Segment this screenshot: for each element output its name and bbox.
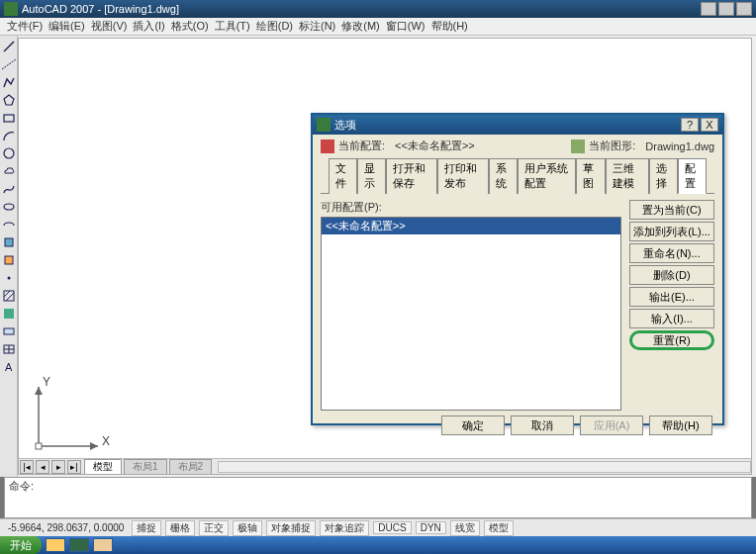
svg-text:A: A (5, 361, 13, 373)
svg-marker-19 (90, 442, 98, 450)
dialog-body: 可用配置(P): <<未命名配置>> 置为当前(C) 添加到列表(L)... 重… (313, 194, 722, 412)
tab-layout2[interactable]: 布局2 (169, 459, 213, 474)
menu-window[interactable]: 窗口(W) (383, 19, 428, 34)
export-button[interactable]: 输出(E)... (629, 287, 714, 307)
tab-nav-next[interactable]: ▸ (51, 460, 65, 474)
menu-modify[interactable]: 修改(M) (338, 19, 383, 34)
app-icon (4, 2, 18, 16)
status-polar[interactable]: 极轴 (233, 520, 262, 536)
status-bar: -5.9664, 298.0637, 0.0000 捕捉 栅格 正交 极轴 对象… (0, 518, 756, 536)
start-button[interactable]: 开始 (0, 536, 42, 554)
line-tool-icon[interactable] (2, 40, 16, 53)
tab-opensave[interactable]: 打开和保存 (386, 158, 437, 194)
insert-block-icon[interactable] (2, 235, 16, 249)
spline-tool-icon[interactable] (2, 182, 16, 196)
svg-rect-22 (36, 443, 42, 449)
taskbar-item-3[interactable] (93, 538, 113, 552)
arc-tool-icon[interactable] (2, 129, 16, 142)
svg-rect-3 (4, 115, 14, 122)
status-snap[interactable]: 捕捉 (132, 520, 161, 536)
tab-nav-last[interactable]: ▸| (67, 460, 81, 474)
status-model[interactable]: 模型 (484, 520, 514, 536)
svg-marker-2 (4, 95, 14, 105)
taskbar-item-1[interactable] (46, 538, 65, 552)
tab-profile[interactable]: 配置 (678, 158, 707, 194)
region-tool-icon[interactable] (2, 324, 16, 338)
tab-select[interactable]: 选择 (649, 158, 678, 194)
menu-edit[interactable]: 编辑(E) (46, 19, 88, 34)
taskbar-item-2[interactable] (69, 538, 89, 552)
apply-button[interactable]: 应用(A) (580, 416, 643, 435)
menu-dimension[interactable]: 标注(N) (296, 19, 338, 34)
status-otrack[interactable]: 对象追踪 (320, 520, 369, 536)
menu-help[interactable]: 帮助(H) (428, 19, 471, 34)
dialog-help-button[interactable]: ? (681, 118, 699, 132)
gradient-tool-icon[interactable] (2, 307, 16, 321)
hatch-tool-icon[interactable] (2, 289, 16, 303)
minimize-button[interactable] (701, 2, 716, 16)
make-block-icon[interactable] (2, 253, 16, 267)
status-lwt[interactable]: 线宽 (450, 520, 480, 536)
set-current-button[interactable]: 置为当前(C) (629, 200, 714, 220)
profiles-listbox[interactable]: <<未命名配置>> (321, 217, 621, 411)
menu-format[interactable]: 格式(O) (168, 19, 212, 34)
tab-plot[interactable]: 打印和发布 (437, 158, 489, 194)
svg-point-5 (4, 204, 14, 210)
add-to-list-button[interactable]: 添加到列表(L)... (629, 222, 714, 241)
menu-insert[interactable]: 插入(I) (130, 19, 167, 34)
delete-button[interactable]: 删除(D) (629, 265, 714, 285)
dialog-title: 选项 (334, 118, 679, 133)
status-osnap[interactable]: 对象捕捉 (266, 520, 316, 536)
text-tool-icon[interactable]: A (2, 360, 16, 374)
ucs-y-label: Y (43, 375, 50, 389)
menu-file[interactable]: 文件(F) (4, 19, 46, 34)
tab-system[interactable]: 系统 (489, 158, 518, 194)
tab-draft[interactable]: 草图 (576, 158, 605, 194)
profiles-list-wrap: 可用配置(P): <<未命名配置>> (321, 200, 621, 408)
circle-tool-icon[interactable] (2, 146, 16, 160)
profile-icon (321, 139, 334, 153)
maximize-button[interactable] (718, 2, 734, 16)
coords-readout: -5.9664, 298.0637, 0.0000 (4, 522, 128, 533)
tab-nav-prev[interactable]: ◂ (36, 460, 49, 474)
dialog-close-button[interactable]: X (701, 118, 718, 132)
close-button[interactable] (736, 2, 752, 16)
tab-display[interactable]: 显示 (357, 158, 386, 194)
svg-point-4 (4, 148, 14, 158)
polyline-tool-icon[interactable] (2, 75, 16, 89)
status-grid[interactable]: 栅格 (165, 520, 195, 536)
tab-file[interactable]: 文件 (329, 158, 357, 194)
status-ortho[interactable]: 正交 (199, 520, 229, 536)
cancel-button[interactable]: 取消 (511, 416, 574, 435)
windows-taskbar: 开始 (0, 536, 756, 554)
menu-draw[interactable]: 绘图(D) (253, 19, 296, 34)
construction-line-icon[interactable] (2, 57, 16, 71)
rename-button[interactable]: 重命名(N)... (629, 243, 714, 263)
ok-button[interactable]: 确定 (441, 416, 505, 435)
current-drawing-label: 当前图形: (589, 138, 635, 153)
options-dialog: 选项 ? X 当前配置: <<未命名配置>> 当前图形: Drawing1.dw… (311, 113, 724, 425)
tab-layout1[interactable]: 布局1 (124, 459, 167, 474)
command-line[interactable]: 命令: (4, 477, 752, 518)
point-tool-icon[interactable] (2, 271, 16, 285)
polygon-tool-icon[interactable] (2, 93, 16, 107)
ellipse-tool-icon[interactable] (2, 200, 16, 214)
reset-button[interactable]: 重置(R) (629, 330, 714, 350)
tab-userpref[interactable]: 用户系统配置 (518, 158, 576, 194)
tab-nav-first[interactable]: |◂ (20, 460, 34, 474)
profile-list-item[interactable]: <<未命名配置>> (322, 218, 620, 234)
status-dyn[interactable]: DYN (416, 521, 446, 534)
status-ducs[interactable]: DUCS (373, 521, 411, 534)
menu-tools[interactable]: 工具(T) (212, 19, 253, 34)
left-tool-strip: A (0, 36, 18, 477)
table-tool-icon[interactable] (2, 342, 16, 356)
menu-view[interactable]: 视图(V) (88, 19, 131, 34)
rectangle-tool-icon[interactable] (2, 111, 16, 125)
revision-cloud-icon[interactable] (2, 164, 16, 178)
tab-model[interactable]: 模型 (84, 459, 122, 474)
import-button[interactable]: 输入(I)... (629, 309, 714, 328)
horizontal-scrollbar[interactable] (218, 461, 751, 473)
ellipse-arc-icon[interactable] (2, 218, 16, 231)
tab-3dmodel[interactable]: 三维建模 (606, 158, 649, 194)
help-button[interactable]: 帮助(H) (649, 416, 712, 435)
